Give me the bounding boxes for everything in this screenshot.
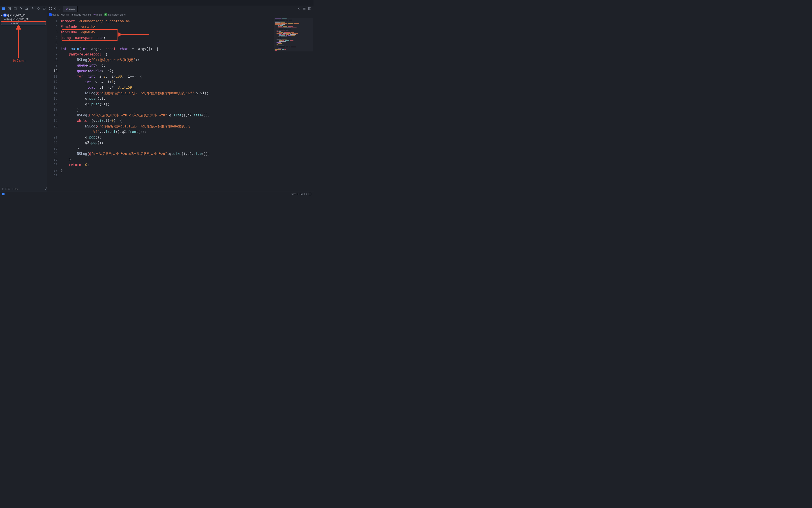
project-tree: ⌘ queue_with_stl queue_with_stl m' main bbox=[0, 12, 47, 26]
disclosure-icon[interactable] bbox=[1, 14, 3, 16]
svg-rect-15 bbox=[309, 193, 311, 195]
filter-input[interactable] bbox=[12, 188, 44, 190]
disclosure-icon[interactable] bbox=[4, 18, 6, 20]
back-button[interactable] bbox=[53, 7, 57, 11]
jumpbar-folder[interactable]: ▣queue_with_stl bbox=[72, 13, 91, 16]
related-items-icon[interactable] bbox=[49, 7, 52, 11]
editor-area: m' main queue_with_stl › ▣queue_with_stl… bbox=[47, 6, 313, 192]
breakpoint-navigator-tab[interactable] bbox=[43, 7, 46, 11]
debug-navigator-tab[interactable] bbox=[37, 7, 40, 11]
svg-rect-11 bbox=[49, 9, 50, 10]
annotation-label-sidebar: 改为.mm bbox=[13, 59, 27, 63]
compare-icon[interactable] bbox=[297, 7, 300, 11]
sidebar-filter-bar: ◯▾ bbox=[0, 186, 47, 192]
jumpbar-file[interactable]: m'main bbox=[93, 13, 102, 16]
filter-scope[interactable]: ◯▾ bbox=[5, 188, 11, 190]
minimap[interactable] bbox=[274, 17, 313, 51]
file-icon: m' bbox=[66, 8, 68, 10]
chevron-icon: › bbox=[102, 13, 103, 16]
app-icon: ⌘ bbox=[3, 13, 6, 17]
status-bar: Line: 10 Col: 26 bbox=[0, 192, 313, 196]
svg-rect-0 bbox=[2, 8, 5, 10]
chevron-icon: › bbox=[92, 13, 92, 16]
cursor-position: Line: 10 Col: 26 bbox=[291, 193, 307, 195]
folder-icon bbox=[6, 17, 10, 21]
svg-rect-2 bbox=[14, 7, 16, 10]
find-navigator-tab[interactable] bbox=[19, 7, 23, 11]
source-control-tab[interactable] bbox=[8, 7, 11, 11]
group-name: queue_with_stl bbox=[10, 17, 29, 21]
svg-rect-9 bbox=[49, 7, 50, 8]
annotation-arrow-sidebar bbox=[16, 25, 23, 59]
add-editor-icon[interactable] bbox=[308, 7, 311, 11]
project-navigator-tab[interactable] bbox=[2, 7, 5, 11]
file-icon: m' bbox=[9, 22, 13, 25]
tab-nav-controls bbox=[47, 6, 63, 12]
issue-navigator-tab[interactable] bbox=[25, 7, 29, 11]
svg-point-3 bbox=[20, 8, 22, 9]
function-icon: f bbox=[104, 13, 107, 16]
project-group[interactable]: queue_with_stl bbox=[0, 17, 47, 21]
file-icon: m' bbox=[93, 13, 96, 16]
svg-rect-10 bbox=[51, 7, 52, 8]
file-main[interactable]: m' main bbox=[1, 21, 46, 25]
svg-rect-12 bbox=[51, 9, 52, 10]
navigator-sidebar: ⌘ queue_with_stl queue_with_stl m' main … bbox=[0, 6, 47, 192]
add-button[interactable] bbox=[1, 187, 4, 190]
file-name: main bbox=[13, 22, 19, 25]
jumpbar-function[interactable]: fmain(argc, argv) bbox=[104, 13, 126, 16]
status-indicator[interactable] bbox=[2, 193, 4, 195]
tabbar-right-controls bbox=[295, 6, 313, 12]
status-icon[interactable] bbox=[307, 193, 311, 196]
svg-point-4 bbox=[38, 8, 39, 9]
editor-tab-main[interactable]: m' main bbox=[63, 6, 78, 12]
forward-button[interactable] bbox=[58, 7, 61, 11]
symbol-navigator-tab[interactable] bbox=[13, 7, 17, 11]
tab-bar: m' main bbox=[47, 6, 313, 12]
folder-icon: ▣ bbox=[72, 13, 74, 16]
jump-bar[interactable]: queue_with_stl › ▣queue_with_stl › m'mai… bbox=[47, 12, 313, 17]
jumpbar-project[interactable]: queue_with_stl bbox=[49, 13, 69, 16]
code-editor[interactable]: 1234567891011121314151617181920212223242… bbox=[47, 17, 313, 192]
project-root[interactable]: ⌘ queue_with_stl bbox=[0, 13, 47, 17]
titlebar bbox=[0, 0, 313, 6]
app-icon bbox=[49, 13, 52, 16]
test-navigator-tab[interactable] bbox=[31, 7, 34, 11]
line-gutter: 1234567891011121314151617181920212223242… bbox=[47, 17, 61, 192]
adjust-editor-icon[interactable] bbox=[303, 7, 306, 11]
tab-label: main bbox=[69, 8, 75, 10]
chevron-icon: › bbox=[70, 13, 71, 16]
navigator-tabs bbox=[0, 6, 47, 12]
project-name: queue_with_stl bbox=[7, 13, 25, 17]
